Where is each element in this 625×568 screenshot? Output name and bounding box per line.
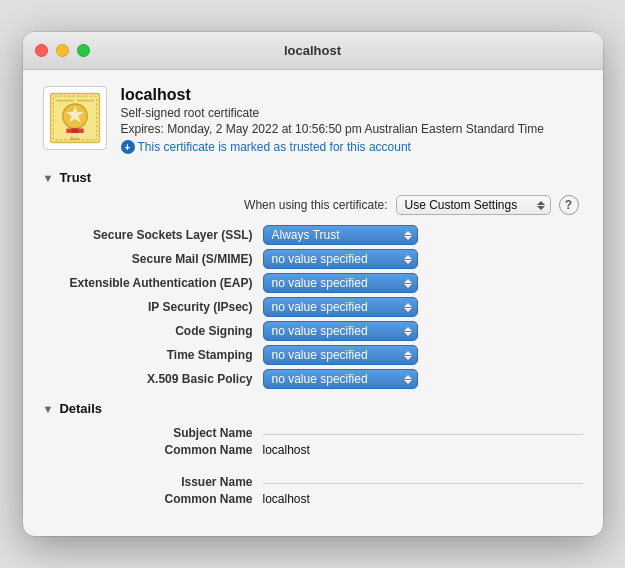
details-section: ▼ Details Subject Name Common Name local…: [43, 401, 583, 506]
help-button[interactable]: ?: [559, 195, 579, 215]
ssl-label: Secure Sockets Layer (SSL): [43, 228, 263, 242]
titlebar: localhost: [23, 32, 603, 70]
issuer-common-name-value: localhost: [263, 492, 310, 506]
x509-row: X.509 Basic Policy no value specified: [43, 369, 583, 389]
x509-label: X.509 Basic Policy: [43, 372, 263, 386]
minimize-button[interactable]: [56, 44, 69, 57]
cert-info: localhost Self-signed root certificate E…: [121, 86, 583, 154]
cert-header: Root localhost Self-signed root certific…: [43, 86, 583, 154]
eap-row: Extensible Authentication (EAP) no value…: [43, 273, 583, 293]
subject-common-name-value: localhost: [263, 443, 310, 457]
ssl-select[interactable]: Always Trust: [263, 225, 418, 245]
ipsec-label: IP Security (IPsec): [43, 300, 263, 314]
eap-value: no value specified: [263, 273, 583, 293]
timestamp-select-wrapper: no value specified: [263, 345, 418, 365]
trust-when-row: When using this certificate: Use Custom …: [43, 195, 583, 215]
smime-value: no value specified: [263, 249, 583, 269]
codesign-label: Code Signing: [43, 324, 263, 338]
window-title: localhost: [284, 43, 341, 58]
issuer-common-name-row: Common Name localhost: [43, 492, 583, 506]
ssl-row: Secure Sockets Layer (SSL) Always Trust: [43, 225, 583, 245]
svg-rect-7: [76, 100, 94, 102]
issuer-name-label: Issuer Name: [43, 475, 263, 489]
x509-select[interactable]: no value specified: [263, 369, 418, 389]
ssl-value: Always Trust: [263, 225, 583, 245]
timestamp-label: Time Stamping: [43, 348, 263, 362]
smime-label: Secure Mail (S/MIME): [43, 252, 263, 266]
cert-name: localhost: [121, 86, 583, 104]
smime-row: Secure Mail (S/MIME) no value specified: [43, 249, 583, 269]
smime-select[interactable]: no value specified: [263, 249, 418, 269]
subject-common-name-row: Common Name localhost: [43, 443, 583, 457]
details-section-title: Details: [59, 401, 102, 416]
codesign-row: Code Signing no value specified: [43, 321, 583, 341]
maximize-button[interactable]: [77, 44, 90, 57]
codesign-value: no value specified: [263, 321, 583, 341]
cert-trusted-label: This certificate is marked as trusted fo…: [138, 140, 411, 154]
ssl-select-wrapper: Always Trust: [263, 225, 418, 245]
cert-type: Self-signed root certificate: [121, 106, 583, 120]
x509-value: no value specified: [263, 369, 583, 389]
trust-section-header: ▼ Trust: [43, 170, 583, 185]
eap-select-wrapper: no value specified: [263, 273, 418, 293]
timestamp-value: no value specified: [263, 345, 583, 365]
content-area: Root localhost Self-signed root certific…: [23, 70, 603, 536]
subject-common-name-label: Common Name: [43, 443, 263, 457]
issuer-name-header-row: Issuer Name: [43, 475, 583, 489]
smime-select-wrapper: no value specified: [263, 249, 418, 269]
issuer-name-group: Issuer Name Common Name localhost: [43, 475, 583, 506]
trust-chevron[interactable]: ▼: [43, 172, 54, 184]
custom-settings-select[interactable]: Use Custom Settings: [396, 195, 551, 215]
trust-section-title: Trust: [59, 170, 91, 185]
eap-label: Extensible Authentication (EAP): [43, 276, 263, 290]
subject-name-label: Subject Name: [43, 426, 263, 440]
svg-rect-6: [55, 100, 73, 102]
eap-select[interactable]: no value specified: [263, 273, 418, 293]
issuer-common-name-label: Common Name: [43, 492, 263, 506]
svg-text:Root: Root: [70, 136, 79, 141]
x509-select-wrapper: no value specified: [263, 369, 418, 389]
codesign-select[interactable]: no value specified: [263, 321, 418, 341]
close-button[interactable]: [35, 44, 48, 57]
subject-name-group: Subject Name Common Name localhost: [43, 426, 583, 457]
trust-when-label: When using this certificate:: [244, 198, 387, 212]
details-section-header: ▼ Details: [43, 401, 583, 416]
ipsec-select-wrapper: no value specified: [263, 297, 418, 317]
svg-rect-5: [71, 129, 78, 133]
main-window: localhost: [23, 32, 603, 536]
cert-trusted-row: + This certificate is marked as trusted …: [121, 140, 583, 154]
cert-icon: Root: [43, 86, 107, 150]
timestamp-row: Time Stamping no value specified: [43, 345, 583, 365]
custom-settings-wrapper: Use Custom Settings: [396, 195, 551, 215]
details-chevron[interactable]: ▼: [43, 403, 54, 415]
ipsec-value: no value specified: [263, 297, 583, 317]
ipsec-row: IP Security (IPsec) no value specified: [43, 297, 583, 317]
subject-name-header-row: Subject Name: [43, 426, 583, 440]
trusted-icon: +: [121, 140, 135, 154]
codesign-select-wrapper: no value specified: [263, 321, 418, 341]
traffic-lights: [35, 44, 90, 57]
trust-settings-rows: Secure Sockets Layer (SSL) Always Trust: [43, 225, 583, 389]
timestamp-select[interactable]: no value specified: [263, 345, 418, 365]
ipsec-select[interactable]: no value specified: [263, 297, 418, 317]
cert-expiry: Expires: Monday, 2 May 2022 at 10:56:50 …: [121, 122, 583, 136]
